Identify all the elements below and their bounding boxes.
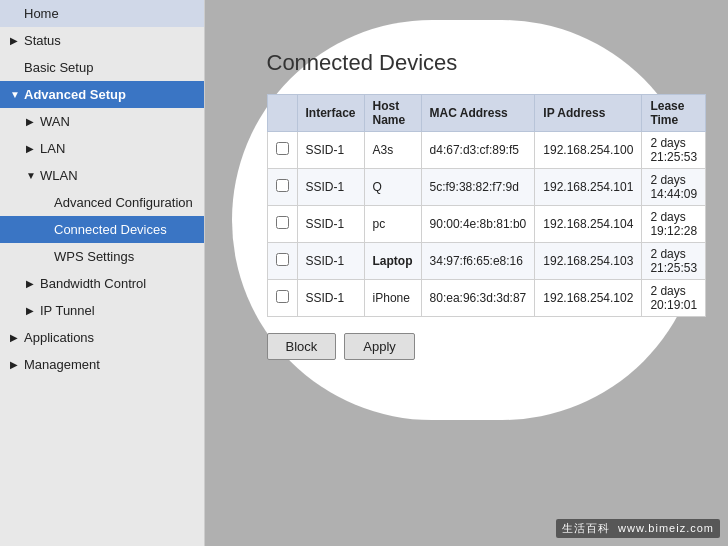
sidebar-label-basic-setup: Basic Setup	[24, 60, 93, 75]
sidebar-label-wps-settings: WPS Settings	[54, 249, 134, 264]
checkbox-input-0[interactable]	[276, 142, 289, 155]
col-header-1: Interface	[297, 95, 364, 132]
cell-mac-4: 80:ea:96:3d:3d:87	[421, 280, 535, 317]
right-arrow-icon	[26, 143, 36, 154]
watermark: 生活百科 www.bimeiz.com	[556, 519, 720, 538]
cell-interface-1: SSID-1	[297, 169, 364, 206]
cell-mac-2: 90:00:4e:8b:81:b0	[421, 206, 535, 243]
col-header-3: MAC Address	[421, 95, 535, 132]
sidebar-item-wlan[interactable]: WLAN	[0, 162, 204, 189]
block-button[interactable]: Block	[267, 333, 337, 360]
cell-interface-4: SSID-1	[297, 280, 364, 317]
cell-ip-1: 192.168.254.101	[535, 169, 642, 206]
cell-lease-2: 2 days 19:12:28	[642, 206, 706, 243]
table-row: SSID-1A3sd4:67:d3:cf:89:f5192.168.254.10…	[267, 132, 706, 169]
page-title: Connected Devices	[267, 50, 667, 76]
sidebar-label-advanced-configuration: Advanced Configuration	[54, 195, 193, 210]
devices-table: InterfaceHost NameMAC AddressIP AddressL…	[267, 94, 707, 317]
sidebar-label-ip-tunnel: IP Tunnel	[40, 303, 95, 318]
sidebar-item-wan[interactable]: WAN	[0, 108, 204, 135]
sidebar-item-status[interactable]: Status	[0, 27, 204, 54]
button-row: Block Apply	[267, 333, 667, 360]
sidebar-label-bandwidth-control: Bandwidth Control	[40, 276, 146, 291]
table-row: SSID-1pc90:00:4e:8b:81:b0192.168.254.104…	[267, 206, 706, 243]
row-checkbox-0	[267, 132, 297, 169]
sidebar: HomeStatusBasic SetupAdvanced SetupWANLA…	[0, 0, 205, 546]
sidebar-item-applications[interactable]: Applications	[0, 324, 204, 351]
cell-ip-0: 192.168.254.100	[535, 132, 642, 169]
cell-interface-0: SSID-1	[297, 132, 364, 169]
cell-host-3: Laptop	[364, 243, 421, 280]
cell-lease-3: 2 days 21:25:53	[642, 243, 706, 280]
checkbox-input-4[interactable]	[276, 290, 289, 303]
sidebar-label-management: Management	[24, 357, 100, 372]
sidebar-item-wps-settings[interactable]: WPS Settings	[0, 243, 204, 270]
checkbox-input-3[interactable]	[276, 253, 289, 266]
cell-mac-1: 5c:f9:38:82:f7:9d	[421, 169, 535, 206]
checkbox-input-1[interactable]	[276, 179, 289, 192]
sidebar-item-home[interactable]: Home	[0, 0, 204, 27]
checkbox-input-2[interactable]	[276, 216, 289, 229]
cell-lease-4: 2 days 20:19:01	[642, 280, 706, 317]
cell-lease-1: 2 days 14:44:09	[642, 169, 706, 206]
apply-button[interactable]: Apply	[344, 333, 415, 360]
cell-mac-3: 34:97:f6:65:e8:16	[421, 243, 535, 280]
cell-host-4: iPhone	[364, 280, 421, 317]
col-header-4: IP Address	[535, 95, 642, 132]
cell-ip-3: 192.168.254.103	[535, 243, 642, 280]
sidebar-label-applications: Applications	[24, 330, 94, 345]
sidebar-item-basic-setup[interactable]: Basic Setup	[0, 54, 204, 81]
sidebar-label-wlan: WLAN	[40, 168, 78, 183]
sidebar-label-wan: WAN	[40, 114, 70, 129]
col-header-0	[267, 95, 297, 132]
cell-host-1: Q	[364, 169, 421, 206]
table-row: SSID-1Laptop34:97:f6:65:e8:16192.168.254…	[267, 243, 706, 280]
sidebar-label-lan: LAN	[40, 141, 65, 156]
sidebar-item-connected-devices[interactable]: Connected Devices	[0, 216, 204, 243]
sidebar-item-bandwidth-control[interactable]: Bandwidth Control	[0, 270, 204, 297]
right-arrow-icon	[10, 359, 20, 370]
sidebar-item-ip-tunnel[interactable]: IP Tunnel	[0, 297, 204, 324]
cell-host-2: pc	[364, 206, 421, 243]
sidebar-label-advanced-setup: Advanced Setup	[24, 87, 126, 102]
col-header-5: Lease Time	[642, 95, 706, 132]
down-arrow-icon	[26, 170, 36, 181]
sidebar-item-lan[interactable]: LAN	[0, 135, 204, 162]
cell-interface-3: SSID-1	[297, 243, 364, 280]
table-row: SSID-1Q5c:f9:38:82:f7:9d192.168.254.1012…	[267, 169, 706, 206]
main-content: Connected Devices InterfaceHost NameMAC …	[205, 0, 728, 546]
sidebar-label-connected-devices: Connected Devices	[54, 222, 167, 237]
col-header-2: Host Name	[364, 95, 421, 132]
sidebar-item-advanced-setup[interactable]: Advanced Setup	[0, 81, 204, 108]
row-checkbox-3	[267, 243, 297, 280]
right-arrow-icon	[26, 278, 36, 289]
cell-ip-4: 192.168.254.102	[535, 280, 642, 317]
down-arrow-icon	[10, 89, 20, 100]
row-checkbox-4	[267, 280, 297, 317]
sidebar-label-status: Status	[24, 33, 61, 48]
row-checkbox-1	[267, 169, 297, 206]
cell-mac-0: d4:67:d3:cf:89:f5	[421, 132, 535, 169]
cell-ip-2: 192.168.254.104	[535, 206, 642, 243]
cell-interface-2: SSID-1	[297, 206, 364, 243]
table-row: SSID-1iPhone80:ea:96:3d:3d:87192.168.254…	[267, 280, 706, 317]
right-arrow-icon	[26, 305, 36, 316]
right-arrow-icon	[10, 332, 20, 343]
sidebar-item-management[interactable]: Management	[0, 351, 204, 378]
sidebar-item-advanced-configuration[interactable]: Advanced Configuration	[0, 189, 204, 216]
row-checkbox-2	[267, 206, 297, 243]
right-arrow-icon	[10, 35, 20, 46]
right-arrow-icon	[26, 116, 36, 127]
cell-lease-0: 2 days 21:25:53	[642, 132, 706, 169]
sidebar-label-home: Home	[24, 6, 59, 21]
content-card: Connected Devices InterfaceHost NameMAC …	[232, 20, 702, 420]
cell-host-0: A3s	[364, 132, 421, 169]
